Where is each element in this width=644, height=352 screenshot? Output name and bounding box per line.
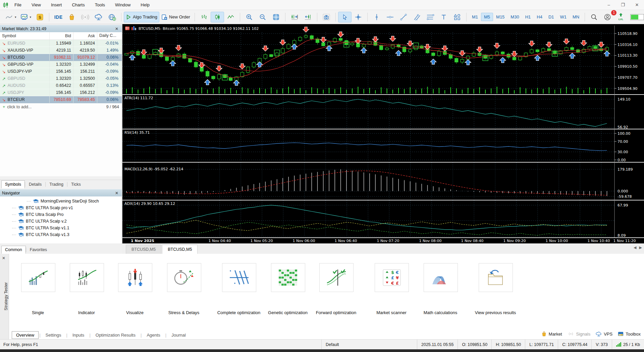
tab-inputs[interactable]: Inputs — [68, 331, 89, 339]
list-item[interactable]: BTC ULTRA Scalp v.2 — [0, 218, 122, 225]
vps-button[interactable] — [92, 12, 105, 22]
tester-tile-forward-optimization[interactable] — [319, 263, 354, 292]
tab-trading[interactable]: Trading — [46, 180, 67, 188]
list-item[interactable]: BTC ULTRA Scalp v1.3 — [0, 231, 122, 238]
channel-tool-button[interactable] — [410, 12, 424, 22]
tester-tile-view-previous-results[interactable] — [479, 263, 513, 292]
shapes-tool-button[interactable] — [450, 12, 464, 22]
notifications-button[interactable]: 1 — [601, 12, 614, 22]
timeframe-d1[interactable]: D1 — [545, 13, 557, 21]
window-close-button[interactable]: ✕ — [630, 0, 644, 10]
tester-tile-stress-delays[interactable] — [167, 263, 201, 292]
crosshair-tool-button[interactable] — [352, 12, 365, 22]
candles-mode-button[interactable] — [211, 12, 224, 22]
col-daily[interactable]: Daily C... — [97, 32, 121, 40]
tab-common[interactable]: Common — [1, 246, 26, 254]
line-mode-button[interactable] — [224, 12, 237, 22]
zoom-in-button[interactable] — [243, 12, 256, 22]
signals-button[interactable]: Signals — [568, 332, 591, 337]
scroll-left-icon[interactable]: ◀ — [634, 245, 636, 250]
tester-close-icon[interactable]: ✕ — [2, 256, 5, 260]
timeframe-m30[interactable]: M30 — [507, 13, 522, 21]
tab-details[interactable]: Details — [25, 180, 45, 188]
list-item[interactable]: BTC ULTRA Scalp v1.1 — [0, 225, 122, 231]
trendline-tool-button[interactable] — [397, 12, 410, 22]
zoom-out-button[interactable] — [256, 12, 269, 22]
scroll-right-icon[interactable]: ▶ — [639, 245, 642, 250]
ide-button[interactable]: IDE — [52, 12, 65, 22]
table-row[interactable]: ↗USDJPY156.145156.212-0.09% — [0, 89, 122, 96]
tester-tile-single[interactable] — [21, 263, 55, 292]
tab-optimization-results[interactable]: Optimization Results — [91, 331, 140, 339]
tester-tile-genetic-optimization[interactable] — [271, 263, 305, 292]
search-button[interactable] — [587, 12, 601, 22]
tab-agents[interactable]: Agents — [142, 331, 164, 339]
text-tool-button[interactable] — [437, 12, 450, 22]
list-item[interactable]: BTC Ultra Scalp Pro — [0, 211, 122, 218]
vps-button[interactable]: VPS — [596, 332, 612, 337]
timeframe-w1[interactable]: W1 — [557, 13, 570, 21]
chart-tab[interactable]: BTCUSD,M5 — [126, 245, 161, 254]
new-order-button[interactable]: New Order — [159, 12, 192, 22]
profile-label[interactable]: Default — [321, 340, 417, 349]
timeframe-m5[interactable]: M5 — [481, 13, 493, 21]
menu-insert[interactable]: Insert — [46, 2, 67, 7]
table-row[interactable]: ↘USDJPY-VIP156.145156.211-0.09% — [0, 68, 122, 75]
chart-area[interactable]: 110518.90110316.10110113.30109910.501097… — [122, 24, 644, 243]
col-bid[interactable]: Bid — [50, 32, 73, 40]
timeframe-mn[interactable]: MN — [570, 13, 582, 21]
timeframe-m15[interactable]: M15 — [493, 13, 507, 21]
menu-view[interactable]: View — [26, 2, 46, 7]
maximize-button[interactable]: ❐ — [616, 0, 630, 10]
click-to-add-row[interactable]: +click to add...9 / 964 — [0, 103, 122, 111]
shift-back-button[interactable] — [301, 12, 315, 22]
community-button[interactable] — [105, 12, 119, 22]
menu-window[interactable]: Window — [110, 2, 136, 7]
tab-overview[interactable]: Overview — [12, 331, 39, 339]
tester-tile-visualize[interactable] — [118, 263, 152, 292]
tab-ticks[interactable]: Ticks — [67, 180, 85, 188]
table-row[interactable]: ↗GBPUSD1.323201.32500-0.05% — [0, 75, 122, 82]
tester-tile-indicator[interactable] — [70, 263, 104, 292]
tile-windows-button[interactable] — [269, 12, 283, 22]
market-watch-close-icon[interactable]: ✕ — [114, 26, 120, 31]
minimize-button[interactable]: – — [602, 0, 616, 10]
indicators-button[interactable]: ▾ — [18, 12, 34, 22]
tab-settings[interactable]: Settings — [41, 331, 66, 339]
navigator-close-icon[interactable]: ✕ — [114, 191, 120, 195]
market-button[interactable]: Market — [541, 331, 562, 337]
col-ask[interactable]: Ask — [73, 32, 97, 40]
market-button[interactable] — [65, 12, 78, 22]
list-item[interactable]: BTC ULTRA Scalp pro v1 — [0, 204, 122, 211]
timeframe-m1[interactable]: M1 — [469, 13, 481, 21]
list-item[interactable]: MorningEvening StarDoji Stoch — [0, 198, 122, 204]
col-symbol[interactable]: Symbol — [0, 32, 50, 40]
menu-file[interactable]: File — [9, 2, 26, 7]
tester-tile-market-scanner[interactable]: $€£¥€£ — [375, 263, 409, 292]
chart-type-button[interactable]: ▾ — [3, 12, 18, 22]
algo-trading-button[interactable]: Algo Trading — [124, 12, 159, 22]
screenshot-button[interactable] — [320, 12, 333, 22]
bar-chart-mode-button[interactable] — [197, 12, 211, 22]
table-row[interactable]: ↗AUDUSD0.654220.655570.13% — [0, 82, 122, 89]
table-row[interactable]: ↘XAUUSD-VIP4219.114219.501.49% — [0, 47, 122, 54]
deposit-button[interactable]: $ — [33, 12, 47, 22]
timeframe-h1[interactable]: H1 — [522, 13, 534, 21]
menu-charts[interactable]: Charts — [67, 2, 90, 7]
fibo-tool-button[interactable] — [424, 12, 437, 22]
hline-tool-button[interactable] — [383, 12, 397, 22]
tab-favorites[interactable]: Favorites — [26, 246, 51, 254]
tester-tile-math-calculations[interactable] — [424, 263, 458, 292]
vline-tool-button[interactable] — [370, 12, 383, 22]
toolbox-button[interactable]: Toolbox — [618, 332, 641, 337]
table-row[interactable]: ↘BTCUSD91062.1191079.120.06% — [0, 54, 122, 61]
timeframe-h4[interactable]: H4 — [534, 13, 545, 21]
table-row[interactable]: ↘EURUSD1.159491.16024-0.01% — [0, 40, 122, 47]
tab-journal[interactable]: Journal — [167, 331, 190, 339]
menu-tools[interactable]: Tools — [90, 2, 110, 7]
signals-button[interactable] — [78, 12, 92, 22]
cursor-tool-button[interactable] — [338, 12, 352, 22]
shift-end-button[interactable] — [288, 12, 301, 22]
tab-symbols[interactable]: Symbols — [1, 180, 25, 188]
chart-tab[interactable]: BTCUSD,M5 — [162, 245, 198, 254]
